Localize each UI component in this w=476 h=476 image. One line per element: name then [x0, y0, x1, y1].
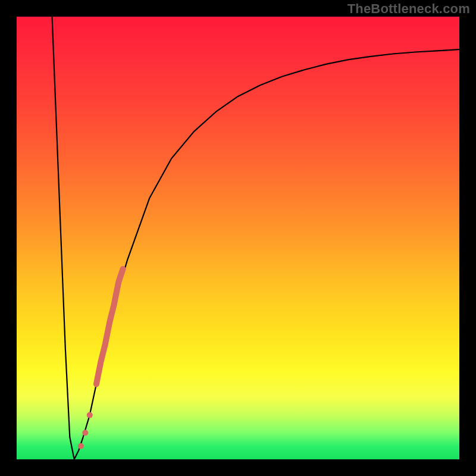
main-curve: [52, 17, 459, 459]
highlight-dot: [87, 412, 93, 418]
chart-svg: [17, 17, 459, 459]
chart-frame: TheBottleneck.com: [0, 0, 476, 476]
watermark-text: TheBottleneck.com: [347, 1, 470, 17]
highlight-segment: [96, 269, 123, 384]
plot-area: [17, 17, 459, 459]
highlight-dot: [78, 443, 84, 449]
highlight-dots: [78, 412, 93, 449]
highlight-dot: [82, 430, 88, 436]
